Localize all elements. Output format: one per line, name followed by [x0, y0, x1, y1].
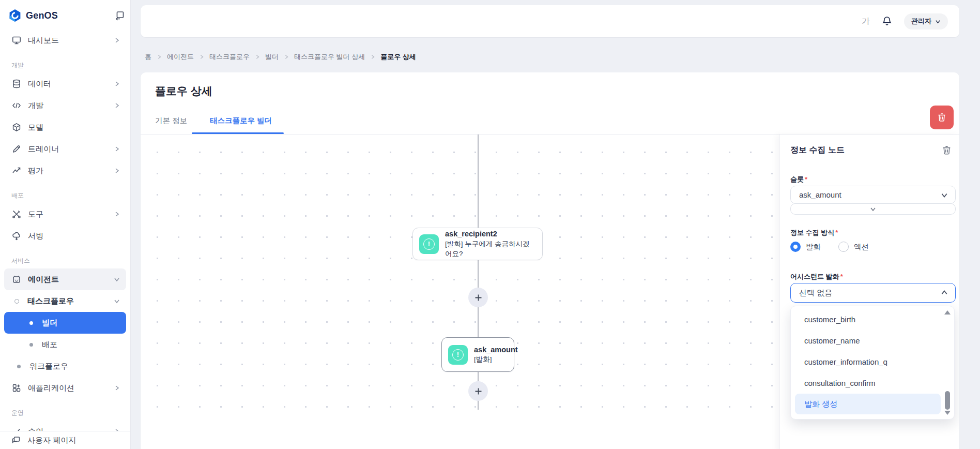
info-collect-node-icon: !	[448, 345, 468, 365]
user-page-icon	[11, 436, 21, 445]
sidebar-item-model[interactable]: 모델	[0, 116, 130, 138]
sidebar-item-taskflow[interactable]: 태스크플로우	[0, 290, 130, 312]
sidebar-item-user-page[interactable]: 사용자 페이지	[0, 431, 130, 449]
flow-node-ask-recipient2[interactable]: ! ask_recipient2 [발화] 누구에게 송금하시겠어요?	[412, 228, 543, 260]
code-icon	[11, 101, 21, 111]
chevron-up-icon	[941, 289, 948, 296]
chevron-right-icon	[255, 54, 260, 59]
font-size-button[interactable]: 가	[862, 16, 870, 27]
plus-icon	[474, 387, 482, 395]
chevron-right-icon	[284, 54, 289, 59]
breadcrumb-home[interactable]: 홈	[145, 52, 151, 62]
add-node-button[interactable]	[468, 288, 488, 307]
node-properties-panel: 정보 수집 노드 슬롯* ask_amount 정보 수집 방식* 발화 액션	[779, 134, 959, 449]
node-title: ask_amount	[474, 345, 518, 355]
sidebar-item-label: 평가	[28, 166, 43, 176]
chevron-right-icon	[114, 168, 120, 174]
page-title: 플로우 상세	[155, 84, 212, 98]
top-bar: 가 관리자	[141, 5, 959, 37]
tabs: 기본 정보 태스크플로우 빌더	[155, 113, 284, 134]
scroll-down-arrow[interactable]	[944, 411, 951, 415]
sidebar-item-serving[interactable]: 서빙	[0, 225, 130, 247]
sidebar-item-data[interactable]: 데이터	[0, 73, 130, 95]
chevron-right-icon	[370, 54, 375, 59]
panel-header: 정보 수집 노드	[790, 145, 952, 156]
sidebar-item-evaluation[interactable]: 평가	[0, 160, 130, 182]
sidebar-item-label: 에이전트	[28, 275, 59, 285]
sidebar-item-application[interactable]: 애플리케이션	[0, 377, 130, 399]
tab-taskflow-builder[interactable]: 태스크플로우 빌더	[198, 113, 284, 134]
sidebar-item-trainer[interactable]: 트레이너	[0, 138, 130, 160]
bullet-dot-icon	[29, 321, 33, 325]
delete-node-button[interactable]	[941, 145, 952, 156]
sidebar-item-agent[interactable]: 에이전트	[4, 268, 126, 290]
sidebar-item-label: 모델	[28, 123, 43, 132]
scroll-up-arrow[interactable]	[944, 310, 951, 315]
notification-bell-icon[interactable]	[881, 16, 893, 27]
breadcrumb-builder-detail[interactable]: 태스크플로우 빌더 상세	[294, 52, 365, 62]
add-node-button[interactable]	[468, 381, 488, 401]
breadcrumb-taskflow[interactable]: 태스크플로우	[209, 52, 250, 62]
sidebar-item-dashboard[interactable]: 대시보드	[0, 29, 130, 51]
radio-label: 액션	[854, 242, 869, 252]
sidebar-section-service: 서비스	[0, 247, 130, 268]
slot-select-value: ask_amount	[799, 190, 841, 199]
dropdown-option[interactable]: consultation_confirm	[791, 372, 954, 394]
sidebar-item-label: 사용자 페이지	[27, 436, 76, 445]
flow-canvas[interactable]: ! ask_recipient2 [발화] 누구에게 송금하시겠어요? ! as…	[141, 134, 779, 410]
required-asterisk: *	[840, 273, 843, 280]
sidebar-item-label: 배포	[42, 340, 57, 350]
sidebar-collapse-icon[interactable]	[115, 10, 125, 21]
dropdown-option[interactable]: customer_information_q	[791, 351, 954, 372]
sidebar-item-builder[interactable]: 빌더	[4, 312, 126, 334]
delete-flow-button[interactable]	[930, 106, 954, 129]
sidebar-nav: 대시보드 개발 데이터 개발 모델 트레이너	[0, 29, 130, 431]
panel-title: 정보 수집 노드	[790, 145, 845, 156]
assistant-field-label: 어시스턴트 발화*	[790, 272, 843, 281]
required-asterisk: *	[835, 229, 838, 236]
logo-text: GenOS	[26, 10, 58, 21]
dropdown-option[interactable]: customer_birth	[791, 309, 954, 330]
method-field-label: 정보 수집 방식*	[790, 228, 838, 237]
radio-action[interactable]	[838, 242, 849, 252]
method-radio-group: 발화 액션	[790, 242, 869, 252]
radio-utterance[interactable]	[790, 242, 801, 252]
slot-expander[interactable]	[790, 203, 956, 215]
sidebar-item-workflow[interactable]: 워크플로우	[0, 355, 130, 377]
tab-basic-info[interactable]: 기본 정보	[155, 113, 198, 134]
chevron-right-icon	[157, 54, 162, 59]
dropdown-option[interactable]: customer_name	[791, 330, 954, 351]
slot-field-label: 슬롯*	[790, 175, 807, 184]
chevron-down-icon	[941, 191, 948, 199]
sidebar-item-label: 워크플로우	[29, 362, 68, 371]
user-menu-label: 관리자	[911, 17, 931, 26]
user-menu-button[interactable]: 관리자	[904, 13, 948, 29]
sidebar-item-label: 애플리케이션	[28, 383, 74, 393]
assistant-select[interactable]: 선택 없음	[790, 283, 956, 303]
scrollbar-thumb[interactable]	[945, 391, 950, 410]
sidebar-item-label: 트레이너	[28, 144, 59, 154]
chevron-right-icon	[114, 37, 120, 43]
dropdown-option-highlighted[interactable]: 발화 생성	[795, 394, 941, 414]
sidebar-item-tools[interactable]: 도구	[0, 203, 130, 225]
line-chart-icon	[11, 166, 21, 176]
cube-icon	[11, 123, 21, 132]
breadcrumb: 홈 에이전트 태스크플로우 빌더 태스크플로우 빌더 상세 플로우 상세	[145, 52, 416, 62]
bullet-circle-icon	[14, 299, 19, 304]
pencil-icon	[11, 144, 21, 154]
trash-icon	[941, 145, 952, 156]
slot-select[interactable]: ask_amount	[790, 186, 956, 204]
assistant-dropdown: customer_birth customer_name customer_in…	[790, 306, 955, 420]
flow-node-ask-amount[interactable]: ! ask_amount [발화]	[441, 337, 514, 372]
breadcrumb-agent[interactable]: 에이전트	[167, 52, 194, 62]
sidebar-item-label: 개발	[28, 101, 43, 111]
breadcrumb-builder[interactable]: 빌더	[265, 52, 279, 62]
sidebar-item-deploy-sub[interactable]: 배포	[0, 334, 130, 355]
sidebar-item-label: 태스크플로우	[27, 296, 74, 306]
logo[interactable]: GenOS	[8, 9, 58, 22]
sidebar-item-approval[interactable]: 승인	[0, 421, 130, 431]
chevron-right-icon	[114, 81, 120, 87]
chevron-right-icon	[114, 211, 120, 217]
sidebar-item-develop[interactable]: 개발	[0, 95, 130, 116]
genos-logo-icon	[8, 9, 22, 22]
